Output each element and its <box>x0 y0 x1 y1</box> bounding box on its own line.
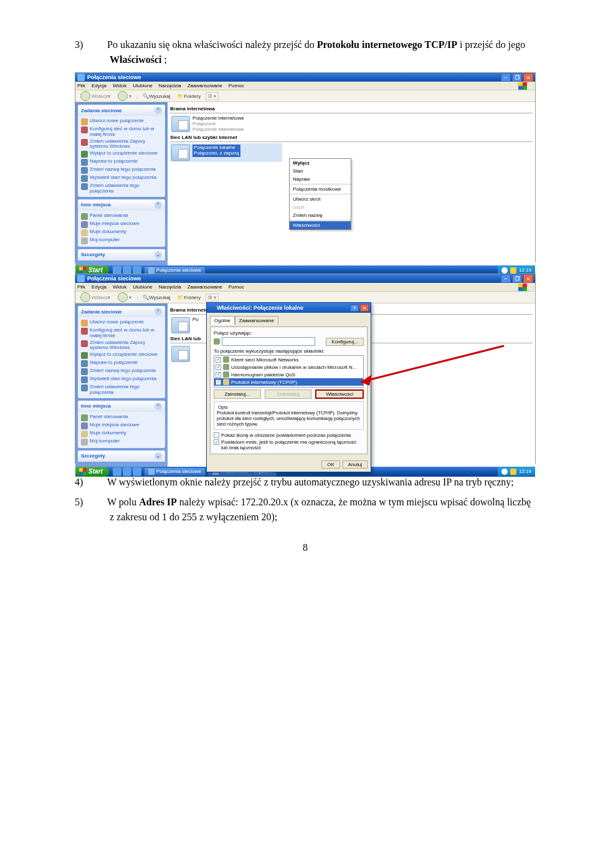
task-item[interactable]: Wyświetl stan tego połączenia <box>81 174 162 183</box>
search-button[interactable]: 🔍 Wyszukaj <box>140 93 173 100</box>
ok-button[interactable]: OK <box>321 460 340 469</box>
quicklaunch-icon[interactable] <box>113 467 121 476</box>
network-tasks-header[interactable]: Zadania sieciowe⌃ <box>78 306 165 317</box>
task-item[interactable]: Konfiguruj sieć w domu lub w małej firmi… <box>81 327 162 340</box>
ctx-disable[interactable]: Wyłącz <box>290 159 351 167</box>
other-places-header[interactable]: Inne miejsca⌃ <box>78 401 165 412</box>
network-tasks-header[interactable]: Zadania sieciowe⌃ <box>78 105 165 116</box>
quicklaunch-icon[interactable] <box>123 467 131 476</box>
menu-favorites[interactable]: Ulubione <box>133 284 153 290</box>
task-item[interactable]: Wyświetl stan tego połączenia <box>81 376 162 384</box>
task-item[interactable]: Wyłącz to urządzenie sieciowe <box>81 351 162 360</box>
component-item[interactable]: Harmonogram pakietów QoS <box>214 371 363 378</box>
other-item[interactable]: Moje dokumenty <box>81 229 162 237</box>
tab-general[interactable]: Ogólne <box>210 316 235 325</box>
task-item[interactable]: Zmień ustawienia Zapory systemu Windows <box>81 138 162 151</box>
install-button[interactable]: Zainstaluj... <box>214 389 261 399</box>
menu-file[interactable]: Plik <box>77 83 85 88</box>
checkbox-show-icon[interactable] <box>214 432 219 438</box>
ctx-status[interactable]: Stan <box>290 167 351 175</box>
menu-edit[interactable]: Edycja <box>92 83 107 88</box>
dialog-help-button[interactable]: ? <box>350 304 359 312</box>
task-item[interactable]: Zmień nazwę tego połączenia <box>81 166 162 174</box>
task-item[interactable]: Konfiguruj sieć w domu lub w małej firmi… <box>81 126 162 138</box>
back-button[interactable]: Wstecz ▾ <box>78 292 113 303</box>
menu-help[interactable]: Pomoc <box>229 284 244 290</box>
properties-button[interactable]: Właściwości <box>315 389 364 399</box>
ctx-bridge[interactable]: Połączenia mostkowe <box>290 185 351 193</box>
component-item-tcpip[interactable]: Protokół internetowy (TCP/IP) <box>214 378 363 386</box>
other-item[interactable]: Mój komputer <box>81 237 162 245</box>
uninstall-button[interactable]: Odinstaluj <box>265 389 312 399</box>
checkbox-icon[interactable] <box>216 357 221 363</box>
menu-view[interactable]: Widok <box>113 284 126 290</box>
menu-help[interactable]: Pomoc <box>229 83 244 88</box>
checkbox-icon[interactable] <box>216 372 221 378</box>
menu-advanced[interactable]: Zaawansowane <box>187 83 222 88</box>
components-list[interactable]: Klient sieci Microsoft Networks Udostępn… <box>214 355 364 388</box>
tab-advanced[interactable]: Zaawansowane <box>235 316 278 325</box>
details-header[interactable]: Szczegóły⌄ <box>78 249 165 260</box>
component-item[interactable]: Klient sieci Microsoft Networks <box>214 356 363 363</box>
taskbar-app[interactable]: Połączenia sieciowe <box>144 467 206 476</box>
checkbox-notify[interactable] <box>214 439 219 445</box>
tray-icon[interactable] <box>510 267 516 274</box>
other-item[interactable]: Moje miejsca sieciowe <box>81 221 162 229</box>
task-item[interactable]: Zmień nazwę tego połączenia <box>81 368 162 376</box>
minimize-button[interactable]: − <box>501 73 511 82</box>
task-item[interactable]: Napraw to połączenie <box>81 158 162 166</box>
menu-tools[interactable]: Narzędzia <box>159 284 181 290</box>
search-button[interactable]: 🔍 Wyszukaj <box>140 294 173 301</box>
checkbox-icon[interactable] <box>216 379 221 385</box>
details-header[interactable]: Szczegóły⌄ <box>78 451 165 462</box>
close-button[interactable]: × <box>523 274 533 283</box>
views-button[interactable]: ⊞ ▾ <box>206 92 219 100</box>
tray-icon[interactable] <box>501 267 508 274</box>
task-item[interactable]: Zmień ustawienia tego połączenia <box>81 384 162 396</box>
dialog-close-button[interactable]: × <box>360 304 369 312</box>
component-item[interactable]: Udostępnianie plików i drukarek w siecia… <box>214 363 363 371</box>
menu-tools[interactable]: Narzędzia <box>159 83 181 88</box>
other-item[interactable]: Panel sterowania <box>81 212 162 221</box>
other-item[interactable]: Mój komputer <box>81 438 162 446</box>
task-item[interactable]: Utwórz nowe połączenie <box>81 319 162 327</box>
folders-button[interactable]: 📁 Foldery <box>175 93 203 100</box>
other-item[interactable]: Moje dokumenty <box>81 430 162 438</box>
task-item[interactable]: Zmień ustawienia tego połączenia <box>81 183 162 195</box>
checkbox-icon[interactable] <box>216 365 221 370</box>
connection-internet[interactable]: Połączenie internetowe Połączone Połącze… <box>170 115 533 133</box>
minimize-button[interactable]: − <box>501 274 511 283</box>
ctx-properties[interactable]: Właściwości <box>290 221 351 229</box>
task-item[interactable]: Zmień ustawienia Zapory systemu Windows <box>81 340 162 352</box>
quicklaunch-icon[interactable] <box>133 467 141 476</box>
forward-button[interactable]: ▾ <box>115 90 134 102</box>
menu-advanced[interactable]: Zaawansowane <box>187 284 222 290</box>
adapter-field[interactable] <box>222 337 315 346</box>
cancel-button[interactable]: Anuluj <box>343 460 368 469</box>
menu-file[interactable]: Plik <box>77 284 85 290</box>
start-button[interactable]: Start <box>75 467 109 477</box>
other-places-header[interactable]: Inne miejsca⌃ <box>78 199 165 211</box>
task-item[interactable]: Wyłącz to urządzenie sieciowe <box>81 150 162 158</box>
ctx-shortcut[interactable]: Utwórz skrót <box>290 195 351 203</box>
menu-edit[interactable]: Edycja <box>92 284 107 290</box>
close-button[interactable]: × <box>523 73 533 82</box>
other-item[interactable]: Moje miejsca sieciowe <box>81 422 162 430</box>
task-item[interactable]: Utwórz nowe połączenie <box>81 118 162 126</box>
menu-view[interactable]: Widok <box>113 83 126 88</box>
folders-button[interactable]: 📁 Foldery <box>175 294 203 301</box>
configure-button[interactable]: Konfiguruj... <box>326 338 364 346</box>
maximize-button[interactable]: ❐ <box>512 274 522 283</box>
tray-icon[interactable] <box>501 469 508 475</box>
ctx-rename[interactable]: Zmień nazwę <box>290 211 351 219</box>
forward-button[interactable]: ▾ <box>115 292 134 303</box>
tray-icon[interactable] <box>510 469 516 475</box>
back-button[interactable]: Wstecz ▾ <box>78 90 113 102</box>
other-item[interactable]: Panel sterowania <box>81 414 162 422</box>
task-item[interactable]: Napraw to połączenie <box>81 360 162 368</box>
views-button[interactable]: ⊞ ▾ <box>206 293 219 302</box>
connection-local[interactable]: Połączenie lokalne Połączono, z zaporą <box>170 143 282 162</box>
maximize-button[interactable]: ❐ <box>512 73 522 82</box>
menu-favorites[interactable]: Ulubione <box>133 83 153 88</box>
ctx-repair[interactable]: Napraw <box>290 175 351 183</box>
